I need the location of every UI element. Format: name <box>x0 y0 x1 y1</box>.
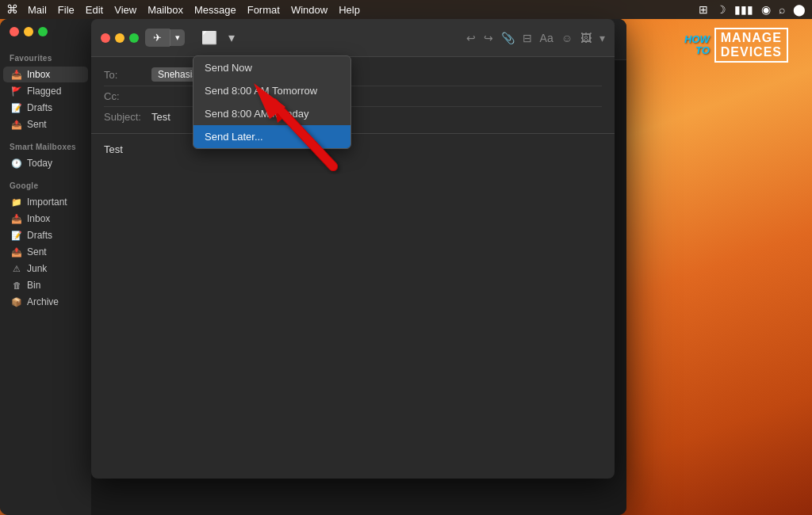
chevron-down-icon: ▾ <box>175 32 180 42</box>
watermark-manage: MANAGE <box>721 31 782 45</box>
sidebar-traffic-lights <box>10 27 48 36</box>
control-center-icon[interactable]: ⊞ <box>699 3 708 16</box>
sidebar-item-archive[interactable]: 📦 Archive <box>3 294 88 310</box>
junk-icon: ⚠ <box>11 264 22 274</box>
sidebar-item-today[interactable]: 🕐 Today <box>3 155 88 171</box>
dropdown-item-send-later[interactable]: Send Later... <box>193 125 350 148</box>
to-field-row: To: Snehasis Pan <box>104 63 602 86</box>
watermark-devices: DEVICES <box>721 45 782 59</box>
drafts-google-icon: 📝 <box>11 231 22 241</box>
compose-fields: To: Snehasis Pan Cc: Subject: Test <box>91 57 615 134</box>
battery-icon[interactable]: ▮▮▮ <box>734 3 753 16</box>
dropdown-item-monday[interactable]: Send 8:00 AM Monday <box>193 102 350 125</box>
menu-view[interactable]: View <box>114 4 136 16</box>
sidebar-item-junk[interactable]: ⚠ Junk <box>3 261 88 277</box>
window-chevron-icon[interactable]: ▾ <box>226 28 237 48</box>
sidebar-item-inbox-google[interactable]: 📥 Inbox <box>3 211 88 227</box>
flagged-icon: 🚩 <box>11 86 22 97</box>
sidebar-item-drafts-fav[interactable]: 📝 Drafts <box>3 100 88 116</box>
send-plane-icon: ✈ <box>153 32 162 44</box>
menu-help[interactable]: Help <box>339 4 360 16</box>
sidebar-label-sent-fav: Sent <box>27 119 47 130</box>
sidebar-label-drafts-google: Drafts <box>27 230 52 241</box>
sent-icon: 📤 <box>11 120 22 130</box>
redo-icon[interactable]: ↪ <box>484 32 493 44</box>
sidebar-item-inbox-fav[interactable]: 📥 Inbox <box>3 67 88 82</box>
compose-toolbar-icons: ⬜ ▾ <box>199 28 237 48</box>
body-text: Test <box>104 143 123 155</box>
menu-mailbox[interactable]: Mailbox <box>147 4 183 16</box>
sent-google-icon: 📤 <box>11 247 22 258</box>
apple-menu[interactable]: ⌘ <box>6 2 18 17</box>
sidebar-label-sent-google: Sent <box>27 246 47 258</box>
compose-body[interactable]: Test <box>91 134 615 479</box>
drafts-icon: 📝 <box>11 103 22 113</box>
archive-icon: 📦 <box>11 297 22 307</box>
close-button[interactable] <box>10 27 19 36</box>
subject-value[interactable]: Test <box>151 111 170 123</box>
smart-mailboxes-title: Smart Mailboxes <box>0 133 91 154</box>
darkmode-icon[interactable]: ☽ <box>716 3 726 16</box>
sidebar-item-sent-fav[interactable]: 📤 Sent <box>3 116 88 132</box>
undo-icon[interactable]: ↩ <box>466 32 476 44</box>
inbox-icon: 📥 <box>11 70 22 80</box>
photo-icon[interactable]: 🖼 <box>580 32 592 44</box>
menu-file[interactable]: File <box>58 4 75 16</box>
important-icon: 📁 <box>11 197 22 208</box>
sidebar-item-important[interactable]: 📁 Important <box>3 194 88 210</box>
to-label: To: <box>104 69 151 81</box>
attachment-icon[interactable]: 📎 <box>501 32 515 44</box>
compose-right-icons: ↩ ↪ 📎 ⊟ Aa ☺ 🖼 ▾ <box>466 32 605 44</box>
menubar-items: Mail File Edit View Mailbox Message Form… <box>28 4 360 16</box>
sidebar-item-bin[interactable]: 🗑 Bin <box>3 277 88 293</box>
favourites-section-title: Favourites <box>0 44 91 66</box>
menu-window[interactable]: Window <box>291 4 327 16</box>
sidebar-label-bin: Bin <box>27 280 40 291</box>
sidebar-item-drafts-google[interactable]: 📝 Drafts <box>3 227 88 243</box>
overlay-icon[interactable]: ⊟ <box>523 32 532 44</box>
cc-label: Cc: <box>104 90 151 102</box>
inbox-google-icon: 📥 <box>11 214 22 224</box>
sidebar-label-inbox-fav: Inbox <box>27 69 50 80</box>
minimize-button[interactable] <box>24 27 33 36</box>
sidebar-label-inbox-google: Inbox <box>27 213 50 224</box>
send-later-dropdown: Send Now Send 8:00 AM Tomorrow Send 8:00… <box>193 55 351 149</box>
dropdown-item-tomorrow[interactable]: Send 8:00 AM Tomorrow <box>193 79 350 102</box>
sidebar-label-drafts-fav: Drafts <box>27 102 52 113</box>
google-section-title: Google <box>0 172 91 193</box>
send-dropdown-button[interactable]: ▾ <box>170 29 185 46</box>
siri-icon[interactable]: ⬤ <box>793 3 806 16</box>
send-button-group: ✈ ▾ <box>145 29 185 47</box>
watermark-box: MANAGE DEVICES <box>714 28 788 63</box>
sidebar-label-archive: Archive <box>27 296 59 307</box>
compose-window: ✈ ▾ ⬜ ▾ ↩ ↪ 📎 ⊟ Aa ☺ 🖼 ▾ To: Snehasis Pa… <box>91 19 615 479</box>
dropdown-item-send-now[interactable]: Send Now <box>193 56 350 79</box>
sidebar-label-important: Important <box>27 196 67 208</box>
wifi-icon[interactable]: ◉ <box>761 3 771 16</box>
menu-mail[interactable]: Mail <box>28 4 47 16</box>
emoji-icon[interactable]: ☺ <box>561 32 573 44</box>
compose-minimize-button[interactable] <box>115 33 124 43</box>
sidebar-item-sent-google[interactable]: 📤 Sent <box>3 244 88 260</box>
menu-message[interactable]: Message <box>194 4 236 16</box>
watermark: HOWTO MANAGE DEVICES <box>684 28 788 63</box>
menubar-right: ⊞ ☽ ▮▮▮ ◉ ⌕ ⬤ <box>699 3 806 16</box>
compose-toolbar: ✈ ▾ ⬜ ▾ ↩ ↪ 📎 ⊟ Aa ☺ 🖼 ▾ <box>91 19 615 57</box>
cc-field-row: Cc: <box>104 86 602 107</box>
search-icon[interactable]: ⌕ <box>779 3 785 16</box>
bin-icon: 🗑 <box>11 280 22 290</box>
menu-edit[interactable]: Edit <box>86 4 103 16</box>
compose-fullscreen-button[interactable] <box>129 33 139 43</box>
menu-format[interactable]: Format <box>247 4 280 16</box>
sidebar-label-flagged: Flagged <box>27 86 61 97</box>
font-icon[interactable]: Aa <box>540 32 553 44</box>
send-main-button[interactable]: ✈ <box>145 29 170 47</box>
fullscreen-button[interactable] <box>38 27 48 36</box>
sidebar-item-flagged[interactable]: 🚩 Flagged <box>3 83 88 99</box>
photo-chevron-icon[interactable]: ▾ <box>599 32 605 44</box>
subject-field-row: Subject: Test <box>104 107 602 127</box>
watermark-howto: HOWTO <box>684 34 710 57</box>
window-icon[interactable]: ⬜ <box>199 28 220 48</box>
subject-label: Subject: <box>104 111 151 123</box>
compose-close-button[interactable] <box>101 33 110 43</box>
